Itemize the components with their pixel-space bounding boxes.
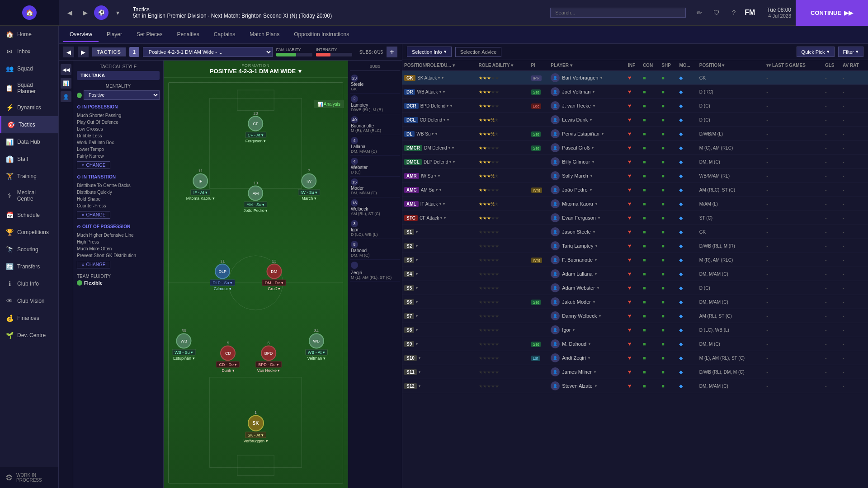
pos-arrow-icon[interactable]: ▾ (447, 118, 449, 122)
shield-icon[interactable]: 🛡 (710, 6, 723, 19)
pos-arrow-icon[interactable]: ▾ (416, 300, 418, 304)
sub-welbeck[interactable]: 18 Welbeck AM (RL), ST (C) (350, 197, 400, 218)
role-arrow-icon[interactable]: ▾ (439, 90, 441, 94)
player-arrow-icon[interactable]: ▾ (590, 174, 592, 178)
pitch-player-ferguson[interactable]: 23 CF CF - At ▾ Ferguson ▾ (245, 111, 267, 143)
pitch-player-veltman[interactable]: 34 WB WB - At ▾ Veltman ▾ (305, 328, 328, 361)
player-arrow-icon[interactable]: ▾ (595, 384, 597, 388)
nav-back-btn[interactable]: ◀ (63, 6, 76, 19)
pos-arrow-icon[interactable]: ▾ (419, 370, 420, 374)
edit-icon[interactable]: ✏ (693, 6, 706, 19)
sidebar-item-transfers[interactable]: 🔄 Transfers (0, 258, 58, 275)
pos-arrow-icon[interactable]: ▾ (442, 76, 443, 80)
col-inf[interactable]: INF (626, 60, 641, 71)
role-arrow-icon[interactable]: ▾ (438, 76, 440, 80)
pos-arrow-icon[interactable]: ▾ (443, 90, 445, 94)
role-arrow-icon[interactable]: ▾ (448, 146, 450, 150)
pos-arrow-icon[interactable]: ▾ (416, 244, 418, 248)
sub-moder[interactable]: 15 Moder DM, M/AM (C) (350, 177, 400, 197)
role-arrow-icon[interactable]: ▾ (436, 188, 438, 192)
player-arrow-icon[interactable]: ▾ (590, 118, 592, 122)
pos-arrow-icon[interactable]: ▾ (416, 230, 418, 234)
role-arrow-icon[interactable]: ▾ (432, 132, 434, 136)
tab-opposition-instructions[interactable]: Opposition Instructions (288, 28, 355, 42)
analysis-btn[interactable]: 📊 Analysis (314, 100, 344, 108)
player-arrow-icon[interactable]: ▾ (590, 188, 592, 192)
player-arrow-icon[interactable]: ▾ (592, 160, 594, 164)
tactic-select[interactable]: Positive 4-2-3-1 DM AM Wide - ... (143, 47, 273, 57)
pitch-player-joao-pedro[interactable]: 10 AM AM - Su ▾ João Pedro ▾ (244, 181, 268, 213)
pos-arrow-icon[interactable]: ▾ (435, 132, 437, 136)
sidebar-item-dev-centre[interactable]: 🌱 Dev. Centre (0, 327, 58, 344)
role-dropdown[interactable]: DLP Defend ▾ (424, 160, 451, 164)
sidebar-item-club-info[interactable]: ℹ Club Info (0, 275, 58, 292)
role-arrow-icon[interactable]: ▾ (440, 216, 442, 220)
pitch-player-march[interactable]: 7 IW IW - Su ▾ March ▾ (298, 169, 321, 201)
pos-arrow-icon[interactable]: ▾ (452, 146, 454, 150)
tab-captains[interactable]: Captains (208, 28, 241, 42)
pos-arrow-icon[interactable]: ▾ (416, 328, 418, 332)
role-dropdown[interactable]: AM Su ▾ (421, 188, 438, 192)
col-last5[interactable]: ▾▾ LAST 5 GAMES (764, 60, 823, 71)
chart-tool-btn[interactable]: 📊 (61, 78, 71, 89)
pos-arrow-icon[interactable]: ▾ (416, 286, 418, 290)
player-arrow-icon[interactable]: ▾ (573, 328, 575, 332)
sidebar-item-club-vision[interactable]: 👁 Club Vision (0, 292, 58, 310)
player-arrow-icon[interactable]: ▾ (593, 90, 594, 94)
player-arrow-icon[interactable]: ▾ (592, 146, 594, 150)
player-arrow-icon[interactable]: ▾ (598, 216, 600, 220)
player-arrow-icon[interactable]: ▾ (595, 258, 597, 262)
player-arrow-icon[interactable]: ▾ (599, 314, 601, 318)
tactical-style-value[interactable]: TIKI-TAKA (77, 71, 160, 80)
tab-overview[interactable]: Overview (63, 28, 99, 42)
sidebar-item-data-hub[interactable]: 📊 Data Hub (0, 133, 58, 150)
sub-buonanotte[interactable]: 40 Buonanotte M (R), AM (RLC) (350, 114, 400, 135)
role-dropdown[interactable]: IF Attack ▾ (420, 202, 441, 206)
col-shp[interactable]: SHP (660, 60, 677, 71)
home-icon[interactable]: 🏠 (22, 5, 37, 20)
tab-penalties[interactable]: Penalties (170, 28, 205, 42)
pos-arrow-icon[interactable]: ▾ (416, 258, 418, 262)
col-pi[interactable]: PI (529, 60, 549, 71)
role-dropdown[interactable]: SK Attack ▾ (417, 75, 440, 80)
pos-arrow-icon[interactable]: ▾ (419, 384, 420, 388)
pitch-player-mitoma[interactable]: 11 IF IF - At ▾ Mitoma Kaoru ▾ (186, 169, 215, 201)
col-role-ability[interactable]: ROLE ABILITY ▾ (477, 60, 529, 71)
tab-match-plans[interactable]: Match Plans (243, 28, 286, 42)
role-dropdown[interactable]: DM Defend ▾ (424, 145, 450, 150)
col-player[interactable]: PLAYER ▾ (549, 60, 626, 71)
sidebar-item-tactics[interactable]: 🎯 Tactics (0, 116, 58, 133)
role-arrow-icon[interactable]: ▾ (439, 202, 441, 206)
role-arrow-icon[interactable]: ▾ (447, 104, 448, 108)
sub-lallana[interactable]: 4 Lallana DM, M/AM (C) (350, 135, 400, 156)
add-tactic-btn[interactable]: + (387, 47, 397, 57)
formation-name[interactable]: POSITIVE 4-2-3-1 DM AM WIDE ▾ (166, 68, 345, 75)
pos-arrow-icon[interactable]: ▾ (443, 202, 445, 206)
arrow-tool-btn[interactable]: ◀◀ (61, 64, 71, 75)
sidebar-item-staff[interactable]: 👔 Staff (0, 150, 58, 168)
out-possession-change-btn[interactable]: » CHANGE (77, 261, 110, 268)
role-dropdown[interactable]: CF Attack ▾ (420, 216, 442, 221)
role-dropdown[interactable]: BPD Defend ▾ (420, 103, 449, 108)
sidebar-item-squad[interactable]: 👥 Squad (0, 60, 58, 77)
pitch-player-gilmour[interactable]: 11 DLP DLP - Su ▾ Gilmour ▾ (210, 258, 235, 291)
transition-change-btn[interactable]: » CHANGE (77, 211, 110, 219)
role-dropdown[interactable]: CD Defend ▾ (420, 117, 445, 122)
pitch-player-gross[interactable]: 13 DM DM - De ▾ Groß ▾ (262, 258, 286, 291)
continue-button[interactable]: CONTINUE ▶▶ (796, 0, 868, 26)
sub-igor[interactable]: 3 Igor D (LC), WB (L) (350, 218, 400, 239)
pitch-player-dunk[interactable]: 5 CD CD - De ▾ Dunk ▾ (216, 341, 240, 373)
mentality-select[interactable]: Positive (84, 90, 160, 100)
sidebar-item-training[interactable]: 🏋 Training (0, 168, 58, 185)
col-mo[interactable]: MO... (677, 60, 697, 71)
person-tool-btn[interactable]: 👤 (61, 91, 71, 102)
pos-arrow-icon[interactable]: ▾ (439, 188, 441, 192)
col-position[interactable]: POSITION/ROLE/DU... ▾ (402, 60, 477, 71)
player-arrow-icon[interactable]: ▾ (593, 300, 595, 304)
player-arrow-icon[interactable]: ▾ (588, 356, 590, 360)
pos-arrow-icon[interactable]: ▾ (444, 216, 446, 220)
player-arrow-icon[interactable]: ▾ (597, 286, 599, 290)
sub-webster[interactable]: 4 Webster D (C) (350, 156, 400, 177)
sub-steele[interactable]: 23 Steele GK (350, 73, 400, 94)
help-icon[interactable]: ? (727, 6, 740, 19)
